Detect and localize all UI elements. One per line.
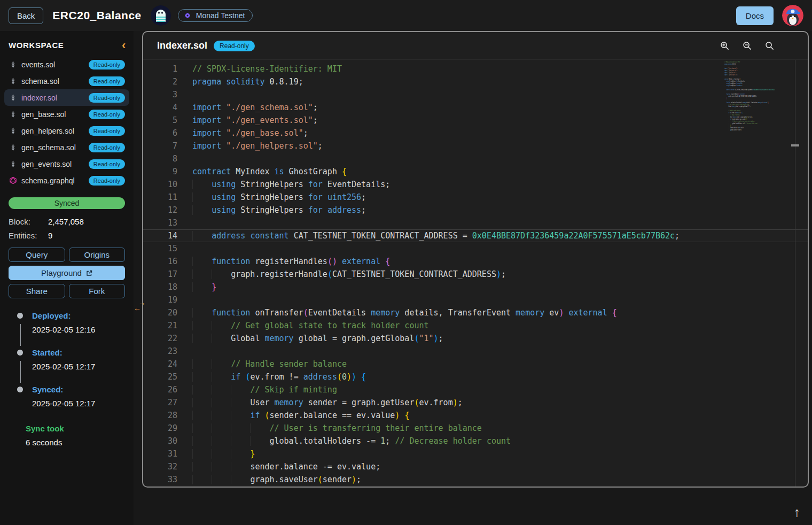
- timeline-dot: [17, 350, 23, 356]
- read-only-badge: Read-only: [89, 110, 125, 119]
- solidity-icon: [9, 127, 17, 135]
- docs-button[interactable]: Docs: [736, 6, 774, 25]
- zoom-out-icon[interactable]: [742, 41, 752, 51]
- line-number: 9: [143, 165, 177, 178]
- solidity-icon: [9, 143, 17, 151]
- read-only-badge: Read-only: [89, 93, 125, 103]
- file-name: gen_helpers.sol: [21, 127, 84, 135]
- line-number: 25: [143, 370, 177, 383]
- code-editor[interactable]: 1// SPDX-License-Identifier: MIT2pragma …: [143, 60, 808, 487]
- line-number: 8: [143, 152, 177, 165]
- code-line: 21 // Get global state to track holder c…: [143, 319, 808, 332]
- file-item-events.sol[interactable]: events.solRead-only: [4, 56, 129, 73]
- code-line: 7import "./gen_helpers.sol";: [143, 140, 808, 152]
- line-number: 1: [143, 63, 177, 75]
- line-number: 10: [143, 178, 177, 191]
- sync-took-value: 6 seconds: [26, 438, 125, 447]
- code-line: 14 address constant CAT_TESTNET_TOKEN_CO…: [143, 229, 808, 242]
- timeline: Deployed:2025-02-05 12:16Started:2025-02…: [17, 311, 125, 422]
- fork-button[interactable]: Fork: [69, 284, 126, 298]
- zoom-in-icon[interactable]: [720, 41, 730, 51]
- share-button[interactable]: Share: [9, 284, 65, 298]
- minimap[interactable]: // SPDX-License-Identifier: MITpragma so…: [724, 61, 784, 136]
- file-item-schema.graphql[interactable]: schema.graphqlRead-only: [4, 172, 129, 189]
- line-number: 27: [143, 396, 177, 409]
- line-number: 5: [143, 114, 177, 127]
- line-number: 22: [143, 332, 177, 345]
- scrollbar-thumb[interactable]: [791, 144, 799, 146]
- file-item-gen_helpers.sol[interactable]: gen_helpers.solRead-only: [4, 122, 129, 139]
- block-value: 2,457,058: [48, 217, 84, 226]
- scroll-top-button[interactable]: ↑: [794, 506, 800, 519]
- app-root: Back ERC20_Balance Monad Testnet Docs WO…: [0, 0, 812, 525]
- code-line: 30 global.totalHolders -= 1; // Decrease…: [143, 435, 808, 447]
- file-item-indexer.sol[interactable]: indexer.solRead-only: [4, 89, 129, 106]
- query-button[interactable]: Query: [9, 248, 65, 262]
- code-line: 32 sender.balance -= ev.value;: [143, 460, 808, 473]
- line-number: 33: [143, 473, 177, 486]
- file-list: events.solRead-onlyschema.solRead-onlyin…: [0, 56, 134, 189]
- read-only-badge: Read-only: [89, 143, 125, 152]
- ghost-logo-icon: [151, 5, 171, 26]
- page-title: ERC20_Balance: [52, 9, 141, 22]
- timeline-dot: [17, 387, 23, 392]
- code-line: 31 }: [143, 447, 808, 460]
- topbar-right: Docs: [736, 5, 803, 26]
- timeline-item: Started:2025-02-05 12:17: [17, 348, 125, 385]
- code-line: 20 function onTransfer(EventDetails memo…: [143, 306, 808, 319]
- solidity-icon: [9, 110, 17, 118]
- line-number: 28: [143, 409, 177, 422]
- line-number: 31: [143, 447, 177, 460]
- timeline-label: Deployed:: [32, 311, 125, 320]
- read-only-badge: Read-only: [214, 41, 255, 51]
- entities-label: Entities:: [9, 231, 48, 240]
- code-line: 26 // Skip if minting: [143, 383, 808, 396]
- code-line: 6import "./gen_base.sol";: [143, 127, 808, 140]
- code-line: 29 // User is transferring their entire …: [143, 422, 808, 435]
- collapse-sidebar-icon[interactable]: ‹: [122, 42, 126, 49]
- line-number: 16: [143, 255, 177, 268]
- timeline-time: 2025-02-05 12:16: [32, 325, 125, 334]
- file-name: gen_events.sol: [21, 160, 84, 168]
- search-icon[interactable]: [764, 41, 775, 51]
- entities-value: 9: [48, 231, 52, 240]
- file-name: gen_schema.sol: [21, 143, 84, 152]
- file-name: schema.sol: [21, 77, 84, 86]
- editor-panel: indexer.sol Read-only 1// SPDX-License-I…: [142, 31, 809, 488]
- read-only-badge: Read-only: [89, 126, 125, 136]
- code-line: 4import "./gen_schema.sol";: [143, 101, 808, 114]
- read-only-badge: Read-only: [89, 159, 125, 169]
- code-line: 8: [143, 152, 808, 165]
- file-item-gen_events.sol[interactable]: gen_events.solRead-only: [4, 156, 129, 172]
- code-line: 12 using StringHelpers for address;: [143, 204, 808, 217]
- code-line: 5import "./gen_events.sol";: [143, 114, 808, 127]
- line-number: 18: [143, 281, 177, 294]
- line-number: 15: [143, 242, 177, 255]
- line-number: 3: [143, 88, 177, 101]
- sync-took: Sync took 6 seconds: [26, 424, 125, 447]
- line-number: 24: [143, 358, 177, 370]
- line-number: 21: [143, 319, 177, 332]
- timeline-label: Synced:: [32, 385, 125, 394]
- file-name: gen_base.sol: [21, 110, 84, 119]
- panel-resize-handle[interactable]: →←: [134, 300, 149, 311]
- code-line: 28 if (sender.balance == ev.value) {: [143, 409, 808, 422]
- file-item-schema.sol[interactable]: schema.solRead-only: [4, 73, 129, 89]
- line-number: 4: [143, 101, 177, 114]
- minimap-content: // SPDX-License-Identifier: MITpragma so…: [724, 61, 784, 131]
- solidity-icon: [9, 77, 17, 85]
- avatar[interactable]: [782, 5, 803, 26]
- file-item-gen_schema.sol[interactable]: gen_schema.solRead-only: [4, 139, 129, 156]
- file-item-gen_base.sol[interactable]: gen_base.solRead-only: [4, 106, 129, 122]
- sync-took-label: Sync took: [26, 424, 125, 433]
- code-line: 17 graph.registerHandle(CAT_TESTNET_TOKE…: [143, 268, 808, 281]
- solidity-icon: [9, 94, 17, 102]
- origins-button[interactable]: Origins: [69, 248, 126, 262]
- network-chip[interactable]: Monad Testnet: [178, 9, 253, 22]
- code-line: 9contract MyIndex is GhostGraph {: [143, 165, 808, 178]
- back-button[interactable]: Back: [9, 7, 43, 24]
- line-number: 23: [143, 345, 177, 358]
- code-line: 1// SPDX-License-Identifier: MIT: [143, 63, 808, 75]
- playground-button[interactable]: Playground: [9, 266, 125, 280]
- code-line: 16 function registerHandles() external {: [143, 255, 808, 268]
